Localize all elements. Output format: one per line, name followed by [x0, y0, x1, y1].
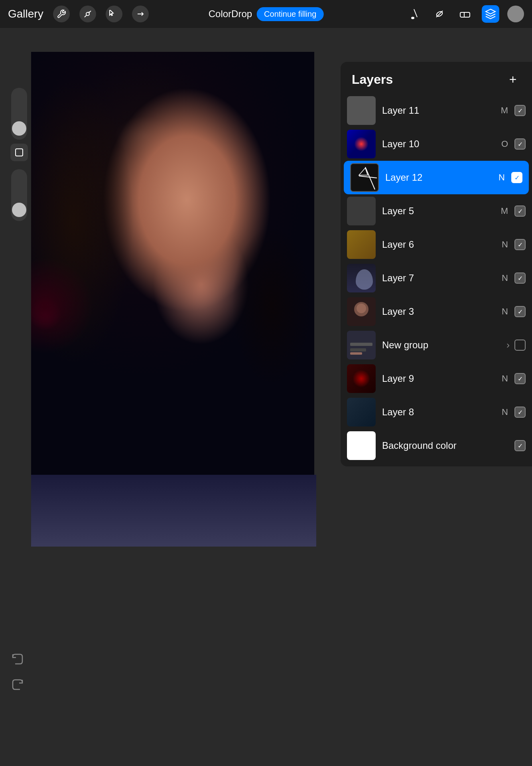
layer-name-layer6: Layer 6 [382, 239, 502, 250]
layer-row-layer10[interactable]: Layer 10 O [341, 127, 532, 161]
layer-mode-layer10: O [501, 139, 508, 149]
group-chevron-icon: › [506, 340, 510, 351]
top-bar: Gallery ColorDrop Continue filling [0, 0, 532, 28]
opacity-slider[interactable] [11, 169, 27, 221]
layers-title: Layers [352, 72, 393, 87]
undo-redo-controls [8, 650, 27, 694]
layer-row-layer5[interactable]: Layer 5 M [341, 194, 532, 228]
layer-visibility-layer12[interactable] [511, 172, 522, 183]
layer-mode-layer3: N [502, 306, 508, 317]
layer-thumbnail-newgroup [347, 331, 376, 359]
layer-name-layer7: Layer 7 [382, 272, 502, 284]
left-sidebar [8, 88, 30, 221]
layer-name-layer5: Layer 5 [382, 205, 501, 217]
layer-visibility-layer10[interactable] [514, 138, 526, 150]
layer-thumbnail-layer11 [347, 96, 376, 125]
layer-mode-layer11: M [501, 105, 508, 116]
brush-size-slider[interactable] [11, 88, 27, 140]
layer-name-layer10: Layer 10 [382, 138, 501, 150]
svg-line-4 [414, 9, 417, 17]
selection-icon[interactable] [106, 6, 122, 22]
transform-icon[interactable] [132, 6, 149, 22]
layer-row-layer11[interactable]: Layer 11 M [341, 94, 532, 127]
svg-point-18 [357, 304, 366, 313]
layer-row-newgroup[interactable]: New group › [341, 328, 532, 362]
svg-rect-22 [350, 352, 362, 355]
layer-row-layer3[interactable]: Layer 3 N [341, 295, 532, 328]
layer-row-layer12[interactable]: Layer 12 N [344, 161, 529, 194]
layer-name-layer11: Layer 11 [382, 105, 501, 116]
add-layer-button[interactable]: + [505, 71, 521, 87]
layer-name-background-color: Background color [382, 440, 514, 451]
layer-thumbnail-layer7 [347, 264, 376, 292]
artwork-bottom-strip [31, 475, 316, 547]
svg-rect-20 [350, 343, 372, 346]
eraser-tool-icon[interactable] [456, 5, 474, 23]
svg-point-0 [86, 12, 89, 16]
continue-filling-button[interactable]: Continue filling [257, 7, 323, 21]
layers-header: Layers + [341, 62, 532, 94]
layer-mode-layer6: N [502, 239, 508, 250]
layer-visibility-layer7[interactable] [514, 272, 526, 284]
brush-tool-icon[interactable] [405, 5, 423, 23]
layer-visibility-layer8[interactable] [514, 407, 526, 418]
layer-thumbnail-layer10 [347, 130, 376, 158]
artwork-canvas [31, 52, 314, 475]
brush-size-thumb[interactable] [12, 121, 26, 136]
artwork-dark-bg [31, 52, 314, 475]
layer-thumbnail-layer8 [347, 398, 376, 426]
layer-mode-layer8: N [502, 407, 508, 417]
layer-mode-layer12: N [499, 172, 505, 183]
redo-button[interactable] [8, 675, 27, 694]
layer-row-layer9[interactable]: Layer 9 N [341, 362, 532, 395]
layer-thumbnail-layer5 [347, 197, 376, 225]
layer-visibility-background-color[interactable] [514, 440, 526, 451]
layer-thumbnail-layer3 [347, 297, 376, 326]
top-bar-center: ColorDrop Continue filling [209, 7, 324, 21]
canvas-area: Layers + Layer 11 M Layer 10 O [0, 28, 532, 766]
opacity-thumb[interactable] [12, 203, 26, 217]
layer-thumbnail-layer6 [347, 230, 376, 259]
layer-visibility-layer9[interactable] [514, 373, 526, 384]
layer-name-layer3: Layer 3 [382, 306, 502, 317]
layer-name-layer8: Layer 8 [382, 407, 502, 418]
layer-visibility-layer5[interactable] [514, 205, 526, 217]
svg-rect-11 [16, 149, 23, 156]
layer-visibility-newgroup[interactable] [514, 340, 526, 351]
svg-rect-8 [460, 12, 470, 17]
color-swatch-button[interactable] [10, 144, 28, 161]
wrench-icon[interactable] [53, 6, 70, 22]
layer-name-layer9: Layer 9 [382, 373, 502, 384]
colordrop-label: ColorDrop [209, 8, 252, 20]
layer-thumbnail-layer9 [347, 364, 376, 393]
layer-mode-layer9: N [502, 373, 508, 384]
layer-row-layer7[interactable]: Layer 7 N [341, 261, 532, 295]
layer-mode-layer5: M [501, 206, 508, 216]
layer-visibility-layer3[interactable] [514, 306, 526, 317]
layers-tool-icon[interactable] [482, 5, 499, 23]
layer-name-layer12: Layer 12 [385, 172, 499, 183]
magic-icon[interactable] [79, 6, 96, 22]
gallery-button[interactable]: Gallery [8, 8, 43, 20]
avatar[interactable] [507, 6, 524, 22]
top-bar-left: Gallery [8, 6, 405, 22]
layer-row-layer6[interactable]: Layer 6 N [341, 228, 532, 261]
svg-line-1 [85, 15, 87, 17]
layer-row-layer8[interactable]: Layer 8 N [341, 395, 532, 429]
undo-button[interactable] [8, 650, 27, 669]
svg-marker-10 [486, 9, 495, 14]
layer-mode-layer7: N [502, 273, 508, 283]
smudge-tool-icon[interactable] [431, 5, 448, 23]
layer-thumbnail-layer12 [350, 163, 379, 192]
layer-thumbnail-background-color [347, 431, 376, 460]
layer-name-newgroup: New group [382, 340, 506, 351]
svg-point-5 [411, 17, 414, 19]
top-bar-right [405, 5, 524, 23]
layer-row-background-color[interactable]: Background color [341, 429, 532, 462]
layers-panel: Layers + Layer 11 M Layer 10 O [341, 62, 532, 466]
layer-visibility-layer11[interactable] [514, 105, 526, 116]
layer-visibility-layer6[interactable] [514, 239, 526, 250]
svg-rect-21 [350, 348, 366, 351]
